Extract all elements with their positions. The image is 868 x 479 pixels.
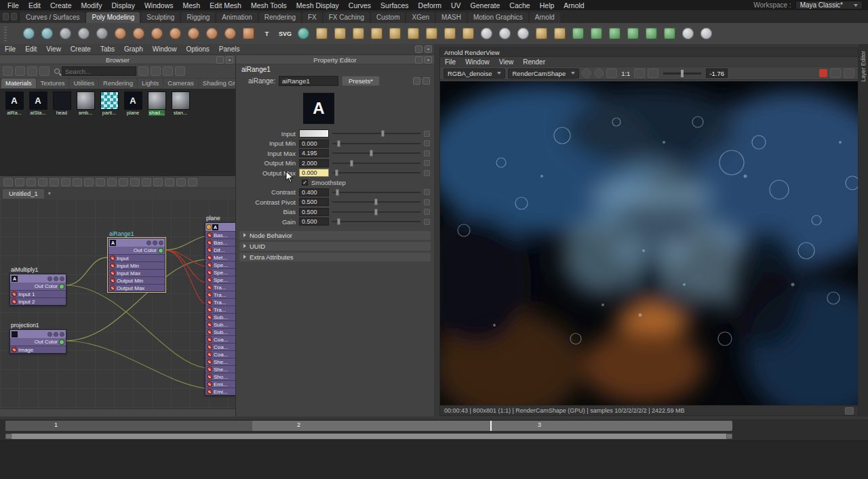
poly-sphere-icon[interactable] [112,25,129,42]
shelf-tab[interactable]: Poly Modeling [86,12,140,23]
distribute-nodes-icon[interactable] [130,178,140,186]
material-swatch[interactable]: head [52,92,72,116]
back-icon[interactable] [3,66,13,76]
node-input-row[interactable]: Output Min [108,276,165,284]
node-swatch-icon[interactable] [60,276,64,281]
shelf-tab[interactable]: XGen [406,12,435,23]
main-menu-item[interactable]: Help [535,1,559,10]
region-render-icon[interactable] [594,68,604,78]
clear-graph-icon[interactable] [38,178,47,186]
remove-selected-icon[interactable] [61,178,71,186]
extract-icon[interactable] [405,25,422,42]
input-port[interactable] [12,292,16,296]
smoothstep-checkbox[interactable]: ✓ [302,180,308,186]
renderview-menu-item[interactable]: Render [518,58,550,66]
hypershade-menu-item[interactable]: Panels [214,45,245,53]
attr-slider[interactable] [332,169,420,177]
input-port[interactable] [208,382,212,386]
renderview-menu-item[interactable]: View [494,58,519,66]
material-swatch[interactable]: amb... [75,92,96,116]
show-connections-icon[interactable] [84,178,94,186]
material-swatch[interactable]: aiRa... [4,92,24,116]
input-port[interactable] [12,348,16,352]
hypershade-menu-item[interactable]: Edit [20,45,41,53]
attr-value-field[interactable] [299,159,329,167]
shelf-grip-handle[interactable] [4,26,7,41]
node-input-row[interactable]: Dif... [205,246,235,253]
node-input-row[interactable]: Input Max [108,269,165,276]
shelf-tab[interactable]: Sculpting [141,12,180,23]
node-name-field[interactable] [279,76,338,86]
node-input-row[interactable]: She... [205,365,235,373]
attr-slider[interactable] [332,188,420,196]
node-input-row[interactable]: Tra... [205,283,235,291]
material-swatch[interactable]: plane [123,92,143,116]
node-swatch-icon[interactable] [60,332,64,337]
filter-icon[interactable] [151,66,161,76]
float-window-icon[interactable] [415,45,422,53]
boolean-union-icon[interactable] [313,25,330,42]
attr-options-icon[interactable] [424,140,430,146]
input-port[interactable] [208,285,212,289]
shelf-tab[interactable]: FX Caching [323,12,370,23]
node-airange1[interactable]: aiRange1 A Out Colo [108,238,165,292]
display-mode-icon[interactable] [634,68,645,78]
panel-menu-icon[interactable] [216,56,224,64]
curve-ep-icon[interactable] [39,25,56,42]
main-menu-item[interactable]: Windows [140,1,178,10]
node-input-row[interactable]: Sho... [205,373,235,380]
hypershade-menu-item[interactable]: Window [148,45,182,53]
input-port[interactable] [208,360,212,364]
graph-tab[interactable]: Untitled_1 [3,189,44,199]
input-port[interactable] [208,278,212,282]
renderview-menu-item[interactable]: File [440,58,460,66]
abort-render-icon[interactable] [819,69,827,77]
node-input-row[interactable]: Tra... [205,298,235,306]
range-slider-bar[interactable] [5,434,732,439]
hypershade-menu-item[interactable]: Create [66,45,96,53]
poly-torus-icon[interactable] [185,25,202,42]
save-image-icon[interactable] [830,68,841,78]
input-port[interactable] [111,278,115,283]
bezier-curve-icon[interactable] [57,25,74,42]
shelf-tab[interactable]: Custom [371,12,405,23]
xgen-tool-icon[interactable] [679,25,696,42]
time-slider-bar[interactable]: 1 2 3 [5,421,732,431]
node-input-row[interactable]: Spe... [205,276,235,283]
snap-to-grid-icon[interactable] [176,178,186,186]
node-input-row[interactable]: Emi... [205,388,235,395]
material-swatch[interactable]: aiSta... [28,92,48,116]
attr-options-icon[interactable] [424,131,430,137]
shelf-menu-buttons[interactable] [3,13,18,21]
sidebar-tab-layer-editor[interactable]: Layer Editor [860,51,867,82]
node-input-row[interactable]: Coa... [205,350,235,358]
input-port[interactable] [12,299,16,304]
shelf-gear-icon[interactable] [3,13,9,20]
sort-icon[interactable] [138,66,149,76]
attr-ramp-field[interactable] [299,129,329,138]
node-header[interactable]: A [205,223,235,231]
curve-cv-icon[interactable] [20,25,37,42]
shelf-tab[interactable]: Rendering [259,12,301,23]
platonic-solid-icon[interactable] [240,25,257,42]
node-input-row[interactable]: Met... [205,253,235,261]
node-input-row[interactable]: Sub... [205,328,235,335]
input-port[interactable] [208,300,212,304]
material-swatch[interactable]: shad... [146,92,167,116]
node-input-row[interactable]: Sub... [205,320,235,328]
mash-world-icon[interactable] [588,25,605,42]
node-plane[interactable]: plane A Bas... [205,222,235,396]
node-graph-canvas[interactable]: aiRange1 A Out Colo [0,199,235,409]
main-menu-item[interactable]: Mesh Display [292,1,344,10]
browser-tab[interactable]: Textures [37,79,69,88]
attr-slider[interactable] [332,208,420,216]
node-input-row[interactable]: Spe... [205,268,235,276]
hypershade-menu-item[interactable]: View [41,45,66,53]
attr-slider[interactable] [332,140,420,148]
time-slider-selection[interactable] [5,421,252,431]
hypershade-menu-item[interactable]: File [0,45,20,53]
node-input-row[interactable]: Input 2 [10,297,66,305]
workspace-dropdown[interactable]: Maya Classic* [795,1,863,9]
mash-network-icon[interactable] [570,25,587,42]
node-expand-icon[interactable] [54,276,58,281]
